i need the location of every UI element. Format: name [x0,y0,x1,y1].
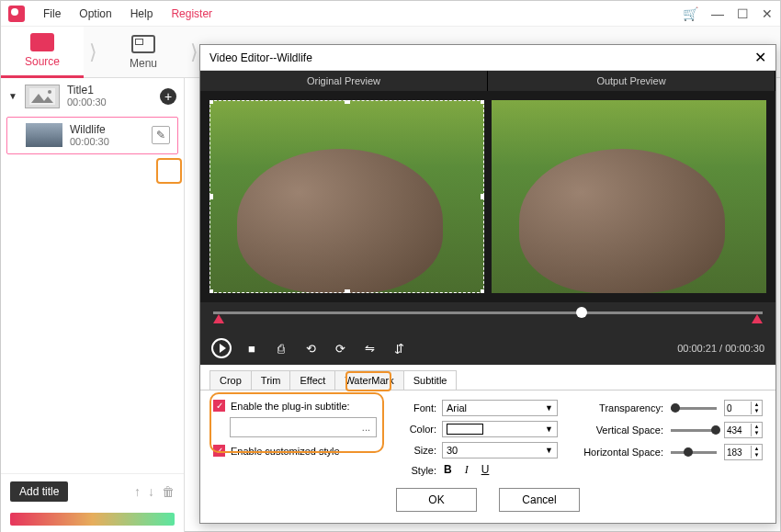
move-down-icon[interactable]: ↓ [148,484,154,499]
spin-down-icon[interactable]: ▼ [752,452,762,458]
hspace-value[interactable] [725,447,751,458]
output-preview [492,100,766,293]
tab-source[interactable]: Source [1,27,84,78]
editor-titlebar: Video Editor--Wildlife ✕ [200,45,775,71]
video-editor-dialog: Video Editor--Wildlife ✕ Original Previe… [199,44,776,524]
close-icon[interactable]: ✕ [762,6,773,21]
maximize-icon[interactable]: ☐ [737,6,749,21]
original-preview[interactable] [209,100,484,293]
transparency-spinner[interactable]: ▲▼ [724,400,763,416]
seek-bar[interactable] [200,302,775,332]
cart-icon[interactable]: 🛒 [683,6,698,21]
rotate-right-button[interactable]: ⟳ [331,339,349,357]
seek-thumb[interactable] [576,307,587,318]
add-title-button[interactable]: Add title [10,481,68,502]
title-duration: 00:00:30 [67,96,153,108]
stop-button[interactable]: ■ [243,339,261,357]
cancel-button[interactable]: Cancel [499,488,580,512]
style-label: Style: [402,465,436,476]
timeline-bar [10,513,175,526]
move-up-icon[interactable]: ↑ [134,484,141,499]
color-swatch [447,424,483,435]
vspace-label: Vertical Space: [576,424,663,436]
tab-menu[interactable]: Menu [102,27,185,78]
source-footer: Add title ↑ ↓ 🗑 [1,473,184,509]
bold-button[interactable]: B [444,463,452,477]
hspace-slider[interactable] [671,451,717,454]
spin-up-icon[interactable]: ▲ [752,446,762,452]
hspace-label: Horizontal Space: [576,447,663,458]
caret-down-icon: ▼ [545,424,553,434]
time-readout: 00:00:21 / 00:00:30 [677,343,764,354]
font-label: Font: [402,402,436,413]
edit-clip-button[interactable]: ✎ [152,126,170,144]
dialog-buttons: OK Cancel [200,481,775,523]
menu-register[interactable]: Register [162,7,221,20]
source-panel: ▼ Title1 00:00:30 + Wildlife 00:00:30 ✎ … [1,78,185,532]
transparency-slider[interactable] [671,407,717,410]
enable-plugin-checkbox[interactable]: ✓ [213,400,225,412]
tab-crop[interactable]: Crop [209,370,252,390]
title-item[interactable]: ▼ Title1 00:00:30 + [1,78,184,115]
title-thumb [25,85,60,108]
play-button[interactable] [211,338,232,358]
color-label: Color: [402,424,436,435]
color-select[interactable]: ▼ [442,421,558,437]
size-select[interactable]: 30 ▼ [442,442,558,458]
add-clip-button[interactable]: + [160,88,176,105]
vspace-spinner[interactable]: ▲▼ [724,422,763,438]
tab-watermark[interactable]: WaterMark [334,370,403,390]
hspace-spinner[interactable]: ▲▼ [724,444,763,460]
vspace-slider[interactable] [671,429,717,432]
menu-file[interactable]: File [34,7,70,20]
tab-subtitle[interactable]: Subtitle [403,370,458,390]
caret-down-icon: ▼ [545,446,553,455]
font-select[interactable]: Arial ▼ [442,400,558,416]
spin-up-icon[interactable]: ▲ [752,402,762,408]
size-label: Size: [402,445,436,456]
enable-custom-checkbox[interactable]: ✓ [213,445,225,457]
snapshot-button[interactable]: ⎙ [272,339,290,357]
trim-start-marker[interactable] [213,314,224,323]
vspace-value[interactable] [725,425,751,436]
app-logo-icon [8,6,25,22]
player-controls: ■ ⎙ ⟲ ⟳ ⇋ ⇵ 00:00:21 / 00:00:30 [200,332,775,365]
clip-name: Wildlife [70,123,144,136]
editor-close-button[interactable]: ✕ [754,49,766,66]
edit-tabs: Crop Trim Effect WaterMark Subtitle [200,365,775,391]
preview-header: Original Preview Output Preview [200,71,775,91]
output-preview-label: Output Preview [488,71,775,91]
rotate-left-button[interactable]: ⟲ [301,339,320,357]
tab-menu-label: Menu [130,57,157,70]
flip-v-button[interactable]: ⇵ [390,339,408,357]
tab-trim[interactable]: Trim [251,370,291,390]
browse-ellipsis: ... [362,422,370,433]
clip-item[interactable]: Wildlife 00:00:30 ✎ [6,117,178,155]
menu-option[interactable]: Option [70,7,120,20]
spin-up-icon[interactable]: ▲ [752,424,762,430]
menu-help[interactable]: Help [121,7,163,20]
menu-icon [131,35,155,53]
spin-down-icon[interactable]: ▼ [752,430,762,436]
menubar: File Option Help Register 🛒 — ☐ ✕ [1,1,780,27]
size-value: 30 [447,445,458,456]
minimize-icon[interactable]: — [711,6,724,21]
subtitle-file-input[interactable]: ... [230,417,377,437]
trim-end-marker[interactable] [752,314,763,323]
clip-thumb [26,123,62,147]
tab-effect[interactable]: Effect [289,370,335,390]
transparency-value[interactable] [725,403,751,413]
spin-down-icon[interactable]: ▼ [752,408,762,414]
ok-button[interactable]: OK [396,488,477,512]
italic-button[interactable]: I [465,463,469,477]
crop-handles[interactable] [209,100,484,293]
editor-title: Video Editor--Wildlife [209,51,312,64]
underline-button[interactable]: U [481,463,490,477]
subtitle-panel: ✓ Enable the plug-in subtitle: ... ✓ Ena… [200,391,775,481]
chevron-right-icon: ⟩ [84,27,102,78]
preview-area [200,91,775,302]
clip-duration: 00:00:30 [70,136,144,148]
disclosure-triangle-icon[interactable]: ▼ [8,91,17,101]
trash-icon[interactable]: 🗑 [162,484,175,499]
flip-h-button[interactable]: ⇋ [360,339,379,357]
